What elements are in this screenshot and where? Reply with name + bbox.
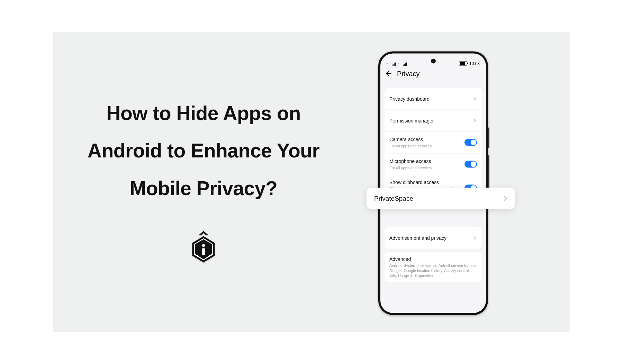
row-advertisement-privacy[interactable]: Advertisement and privacy	[385, 227, 482, 248]
svg-marker-0	[199, 231, 208, 235]
lock-info-icon	[191, 231, 216, 263]
back-button[interactable]	[385, 70, 392, 77]
row-title: Advanced	[389, 256, 472, 262]
row-subtitle: For all apps and services	[389, 143, 464, 148]
row-title: Advertisement and privacy	[389, 235, 472, 241]
chevron-right-icon	[503, 196, 507, 201]
figure-canvas: How to Hide Apps on Android to Enhance Y…	[53, 32, 570, 332]
row-title: Microphone access	[389, 158, 464, 164]
front-camera	[431, 59, 436, 64]
settings-card-1: Privacy dashboard Permission manager	[385, 88, 482, 200]
title-line-2: Android to Enhance Your	[88, 132, 319, 169]
toggle-on[interactable]	[464, 139, 477, 146]
row-camera-access[interactable]: Camera access For all apps and services	[385, 131, 482, 153]
private-space-card[interactable]: PrivateSpace	[367, 188, 515, 209]
phone-screen: 5G 5G	[380, 54, 486, 313]
logo	[191, 231, 216, 263]
svg-point-4	[202, 244, 205, 247]
chevron-right-icon	[472, 235, 477, 240]
row-advanced[interactable]: Advanced Android System Intelligence, Au…	[385, 252, 482, 282]
row-title: Privacy dashboard	[389, 95, 472, 102]
clock: 10:08	[469, 61, 480, 66]
title-line-1: How to Hide Apps on	[88, 94, 319, 132]
row-subtitle: For all apps and services	[389, 165, 464, 170]
network-type-1: 5G	[387, 63, 389, 65]
chevron-right-icon	[472, 97, 477, 101]
row-permission-manager[interactable]: Permission manager	[385, 110, 482, 131]
arrow-left-icon	[385, 70, 392, 77]
chevron-right-icon	[472, 118, 477, 123]
signal-icon-1	[392, 63, 396, 66]
row-microphone-access[interactable]: Microphone access For all apps and servi…	[385, 153, 482, 175]
article-title: How to Hide Apps on Android to Enhance Y…	[88, 94, 319, 207]
row-title: Camera access	[389, 136, 464, 143]
row-title: Show clipboard access	[389, 179, 464, 185]
row-title: Permission manager	[389, 117, 472, 124]
network-type-2: 5G	[398, 63, 400, 65]
status-right: 10:08	[459, 61, 480, 66]
page-title: Privacy	[397, 70, 420, 78]
private-space-label: PrivateSpace	[374, 195, 413, 202]
right-column: 5G 5G	[354, 32, 569, 332]
signal-icon-2	[403, 63, 407, 66]
page-header: Privacy	[380, 66, 486, 81]
settings-card-3: Advanced Android System Intelligence, Au…	[385, 252, 482, 282]
status-left: 5G 5G	[387, 63, 407, 66]
chevron-down-icon	[472, 263, 477, 268]
toggle-on[interactable]	[464, 161, 477, 168]
phone-frame: 5G 5G	[378, 52, 488, 315]
left-column: How to Hide Apps on Android to Enhance Y…	[53, 32, 354, 332]
battery-icon	[459, 62, 467, 66]
row-subtitle: Android System Intelligence, Autofill se…	[389, 263, 472, 279]
settings-card-2: Advertisement and privacy	[385, 227, 482, 248]
svg-rect-3	[202, 248, 205, 255]
row-privacy-dashboard[interactable]: Privacy dashboard	[385, 88, 482, 110]
title-line-3: Mobile Privacy?	[88, 169, 319, 207]
